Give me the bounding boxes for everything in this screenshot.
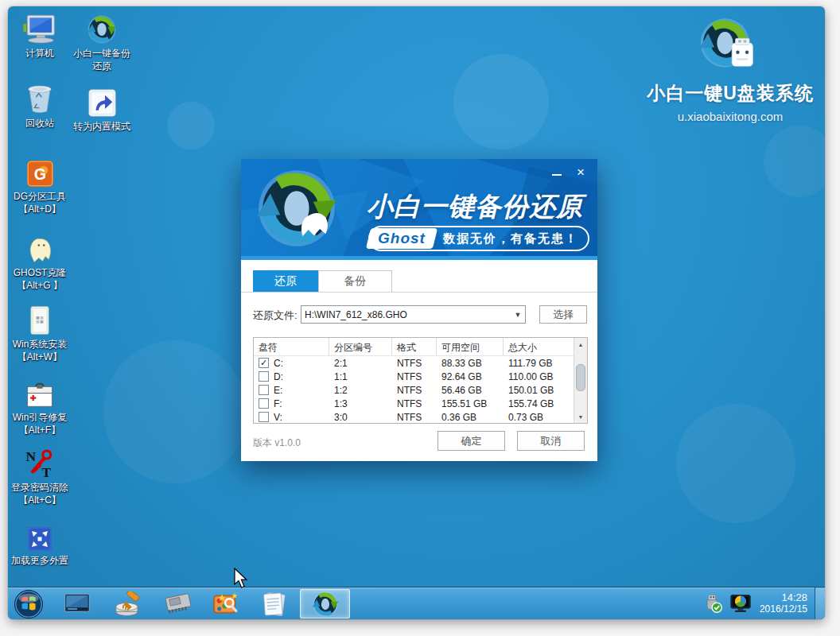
total-cell: 0.73 GB <box>504 412 574 423</box>
free-cell: 0.36 GB <box>437 412 504 423</box>
desktop-icon-internal-mode[interactable]: 转为内置模式 <box>64 86 140 133</box>
tweak-tool-icon <box>212 591 239 617</box>
version-label: 版本 v1.0.0 <box>253 436 301 450</box>
drive-label: E: <box>274 385 282 396</box>
row-checkbox[interactable] <box>259 385 269 395</box>
taskbar-disk-tool[interactable] <box>111 589 146 619</box>
format-cell: NTFS <box>392 398 437 409</box>
col-header-format[interactable]: 格式 <box>392 338 437 355</box>
windows-start-icon <box>14 589 44 619</box>
desktop-icon-boot-repair[interactable]: Win引导修复 【Alt+F】 <box>8 377 78 436</box>
close-button[interactable]: × <box>572 165 589 180</box>
svg-text:T: T <box>42 464 52 479</box>
row-checkbox[interactable] <box>259 358 269 368</box>
bokeh-circle <box>676 404 795 523</box>
bokeh-circle <box>453 54 549 149</box>
memory-chip-icon <box>164 593 192 615</box>
row-checkbox[interactable] <box>259 371 269 382</box>
tab-restore[interactable]: 还原 <box>253 270 318 292</box>
free-cell: 56.46 GB <box>437 385 504 396</box>
backup-restore-dialog: 小白一键备份还原 Ghost 数据无价，有备无患！ × 还原 备份 还原文件: … <box>241 159 597 461</box>
toolbox-icon <box>8 377 78 409</box>
display-app-icon <box>64 592 91 616</box>
desktop-icon-load-more[interactable]: 加载更多外置 <box>8 520 78 567</box>
show-desktop-button[interactable] <box>815 588 825 619</box>
minimize-icon <box>552 174 562 176</box>
desktop-icon-label: 转为内置模式 <box>64 120 140 133</box>
taskbar-active-app[interactable] <box>300 589 350 619</box>
desktop: 计算机 小白一键备份 还原 回收站 转为内置模式 <box>8 6 825 619</box>
taskbar-notepad[interactable] <box>257 589 292 619</box>
bokeh-circle <box>167 102 215 149</box>
drive-label: V: <box>274 412 282 423</box>
cancel-button[interactable]: 取消 <box>517 431 585 451</box>
partition-cell: 3:0 <box>329 412 392 423</box>
row-checkbox[interactable] <box>259 412 269 422</box>
svg-text:N: N <box>26 448 37 464</box>
format-cell: NTFS <box>392 358 437 369</box>
row-checkbox[interactable] <box>259 398 269 409</box>
table-row[interactable]: E: 1:2 NTFS 56.46 GB 150.01 GB <box>254 383 574 397</box>
partition-cell: 2:1 <box>329 358 392 369</box>
backup-app-icon <box>312 591 339 618</box>
desktop-icon-password-clear[interactable]: N T 登录密码清除 【Alt+C】 <box>8 447 78 506</box>
scroll-down-icon[interactable]: ▼ <box>574 410 587 423</box>
dialog-banner: 小白一键备份还原 Ghost 数据无价，有备无患！ × <box>241 159 597 260</box>
col-header-free[interactable]: 可用空间 <box>437 338 504 355</box>
taskbar-tweak-tool[interactable] <box>208 589 243 619</box>
free-cell: 88.33 GB <box>437 358 504 369</box>
format-cell: NTFS <box>392 371 437 382</box>
restore-file-combobox[interactable]: H:\WIN7_612_x86.GHO ▼ <box>301 305 526 324</box>
system-tray: 14:28 2016/12/15 <box>702 588 807 619</box>
desktop-icon-win-install[interactable]: Win系统安装 【Alt+W】 <box>8 304 78 363</box>
desktop-icon-label: DG分区工具 <box>8 190 78 203</box>
drive-label: D: <box>274 371 283 382</box>
desktop-icon-label: 小白一键备份 <box>64 47 140 60</box>
desktop-icon-label: 【Alt+F】 <box>8 424 78 436</box>
ghost-logo-text: Ghost <box>378 230 426 247</box>
desktop-icon-label: GHOST克隆 <box>8 266 78 279</box>
desktop-icon-dg-partition[interactable]: G DG分区工具 【Alt+D】 <box>8 156 78 215</box>
format-cell: NTFS <box>392 412 437 423</box>
total-cell: 155.74 GB <box>504 398 574 409</box>
desktop-icon-label: Win系统安装 <box>8 338 78 351</box>
restore-file-label: 还原文件: <box>253 308 298 323</box>
desktop-icon-backup-restore[interactable]: 小白一键备份 还原 <box>64 13 140 72</box>
dialog-content: 还原 备份 还原文件: H:\WIN7_612_x86.GHO ▼ 选择 盘符 … <box>241 260 597 461</box>
ok-button[interactable]: 确定 <box>438 431 505 451</box>
display-color-tray-icon[interactable] <box>729 593 752 614</box>
taskbar-memory-tool[interactable] <box>161 589 196 619</box>
partition-cell: 1:3 <box>329 398 392 409</box>
nt-key-icon: N T <box>8 447 78 479</box>
taskbar-display-app[interactable] <box>60 589 95 619</box>
scrollbar-thumb[interactable] <box>576 364 585 391</box>
desktop-icon-label: 【Alt+D】 <box>8 203 78 215</box>
chevron-down-icon[interactable]: ▼ <box>511 311 525 319</box>
brand-title: 小白一键U盘装系统 <box>638 81 822 106</box>
start-button[interactable] <box>11 589 46 619</box>
svg-text:G: G <box>33 165 45 183</box>
table-row[interactable]: F: 1:3 NTFS 155.51 GB 155.74 GB <box>254 397 574 410</box>
backup-restore-icon <box>64 13 140 45</box>
col-header-total[interactable]: 总大小 <box>504 338 574 355</box>
usb-tray-icon[interactable] <box>702 593 723 614</box>
bokeh-circle <box>103 340 247 483</box>
brand-logo-icon <box>698 16 762 75</box>
total-cell: 150.01 GB <box>504 385 574 396</box>
table-row[interactable]: C: 2:1 NTFS 88.33 GB 111.79 GB <box>254 356 574 370</box>
desktop-icon-ghost-clone[interactable]: GHOST克隆 【Alt+G 】 <box>8 232 78 292</box>
table-row[interactable]: D: 1:1 NTFS 92.64 GB 110.00 GB <box>254 370 574 383</box>
taskbar-clock[interactable]: 14:28 2016/12/15 <box>760 591 807 615</box>
dialog-logo-icon <box>254 167 340 250</box>
col-header-drive[interactable]: 盘符 <box>254 338 329 355</box>
shortcut-arrow-icon <box>64 86 140 118</box>
table-scrollbar[interactable]: ▲ ▼ <box>574 338 587 423</box>
minimize-button[interactable] <box>548 165 566 180</box>
scroll-up-icon[interactable]: ▲ <box>574 338 587 351</box>
choose-button[interactable]: 选择 <box>539 305 587 324</box>
desktop-icon-label: Win引导修复 <box>8 411 78 424</box>
clock-date: 2016/12/15 <box>760 603 807 615</box>
col-header-partition[interactable]: 分区编号 <box>329 338 392 355</box>
table-row[interactable]: V: 3:0 NTFS 0.36 GB 0.73 GB <box>254 410 574 424</box>
tab-backup[interactable]: 备份 <box>318 270 392 292</box>
